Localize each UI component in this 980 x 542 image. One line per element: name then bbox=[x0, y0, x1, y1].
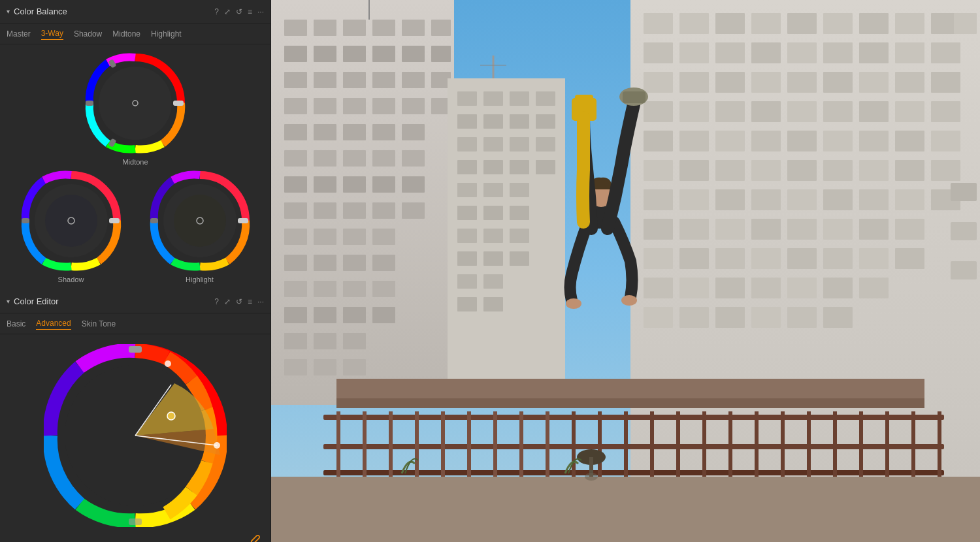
tab-midtone[interactable]: Midtone bbox=[112, 28, 140, 40]
ce-help-icon[interactable]: ? bbox=[214, 297, 219, 306]
svg-rect-70 bbox=[402, 202, 425, 219]
ce-menu-icon[interactable]: ≡ bbox=[248, 297, 252, 306]
color-balance-tabs: Master 3-Way Shadow Midtone Highlight bbox=[0, 24, 270, 44]
svg-rect-125 bbox=[715, 101, 745, 122]
svg-rect-66 bbox=[284, 202, 307, 219]
more-icon[interactable]: ··· bbox=[257, 7, 264, 16]
svg-rect-122 bbox=[931, 72, 960, 93]
svg-rect-183 bbox=[679, 307, 709, 328]
svg-rect-231 bbox=[336, 411, 340, 477]
tab-skintone[interactable]: Skin Tone bbox=[82, 318, 116, 330]
svg-rect-58 bbox=[343, 150, 366, 167]
svg-rect-104 bbox=[954, 13, 977, 34]
svg-rect-233 bbox=[389, 411, 393, 477]
svg-rect-111 bbox=[859, 42, 889, 63]
svg-rect-73 bbox=[343, 229, 366, 245]
svg-rect-62 bbox=[314, 176, 336, 193]
svg-rect-235 bbox=[441, 411, 445, 477]
svg-rect-11 bbox=[22, 218, 29, 223]
svg-rect-198 bbox=[510, 114, 529, 129]
color-wheel-large-container bbox=[0, 334, 270, 534]
link-icon[interactable]: ⤢ bbox=[224, 7, 231, 16]
svg-rect-121 bbox=[895, 72, 924, 93]
svg-rect-114 bbox=[644, 72, 673, 93]
highlight-wheel[interactable] bbox=[148, 168, 252, 273]
svg-rect-187 bbox=[823, 307, 853, 328]
svg-rect-35 bbox=[343, 46, 366, 62]
svg-rect-102 bbox=[895, 13, 924, 34]
svg-rect-69 bbox=[372, 202, 395, 219]
svg-rect-236 bbox=[467, 411, 471, 477]
svg-rect-106 bbox=[679, 42, 709, 63]
tab-3way[interactable]: 3-Way bbox=[41, 27, 63, 40]
wheels-bottom-row: Shadow Highlight bbox=[7, 168, 264, 290]
svg-rect-265 bbox=[623, 91, 645, 103]
svg-rect-87 bbox=[284, 333, 307, 349]
svg-rect-221 bbox=[483, 274, 503, 289]
svg-rect-36 bbox=[372, 46, 395, 62]
svg-rect-113 bbox=[931, 42, 960, 63]
pick-icon-row bbox=[0, 534, 270, 542]
tab-basic[interactable]: Basic bbox=[7, 318, 25, 330]
svg-rect-253 bbox=[911, 411, 915, 477]
svg-rect-255 bbox=[271, 477, 980, 542]
svg-rect-88 bbox=[314, 333, 336, 349]
svg-rect-165 bbox=[859, 219, 889, 240]
shadow-wheel[interactable] bbox=[19, 168, 123, 273]
svg-rect-53 bbox=[343, 124, 366, 140]
svg-rect-250 bbox=[833, 411, 837, 477]
ce-link-icon[interactable]: ⤢ bbox=[224, 297, 231, 306]
svg-rect-204 bbox=[457, 160, 477, 174]
svg-rect-83 bbox=[284, 307, 307, 323]
tab-master[interactable]: Master bbox=[7, 28, 31, 40]
menu-icon[interactable]: ≡ bbox=[248, 7, 252, 16]
svg-rect-168 bbox=[679, 248, 709, 269]
svg-rect-247 bbox=[755, 411, 759, 477]
svg-rect-195 bbox=[536, 91, 555, 106]
svg-rect-126 bbox=[751, 101, 781, 122]
reset-icon[interactable]: ↺ bbox=[236, 7, 242, 16]
svg-rect-159 bbox=[644, 219, 673, 240]
help-icon[interactable]: ? bbox=[214, 7, 219, 16]
svg-rect-124 bbox=[679, 101, 709, 122]
svg-rect-219 bbox=[510, 251, 529, 266]
svg-rect-146 bbox=[823, 160, 853, 181]
svg-rect-174 bbox=[895, 248, 924, 269]
svg-rect-99 bbox=[787, 13, 817, 34]
tab-highlight[interactable]: Highlight bbox=[151, 28, 182, 40]
svg-rect-177 bbox=[715, 278, 745, 298]
color-balance-header: ▾ Color Balance ? ⤢ ↺ ≡ ··· bbox=[0, 0, 270, 24]
svg-rect-234 bbox=[415, 411, 419, 477]
tab-shadow[interactable]: Shadow bbox=[74, 28, 102, 40]
svg-rect-56 bbox=[284, 150, 307, 167]
svg-rect-157 bbox=[895, 189, 924, 210]
ce-reset-icon[interactable]: ↺ bbox=[236, 297, 242, 306]
svg-rect-166 bbox=[895, 219, 924, 240]
svg-rect-57 bbox=[314, 150, 336, 167]
eyedropper-icon[interactable] bbox=[247, 534, 261, 542]
svg-rect-141 bbox=[644, 160, 673, 181]
svg-rect-109 bbox=[787, 42, 817, 63]
svg-rect-64 bbox=[372, 176, 395, 193]
svg-rect-215 bbox=[483, 229, 503, 243]
tab-advanced[interactable]: Advanced bbox=[36, 317, 71, 330]
svg-rect-248 bbox=[781, 411, 785, 477]
svg-rect-240 bbox=[572, 411, 576, 477]
svg-rect-10 bbox=[109, 218, 120, 223]
svg-rect-241 bbox=[598, 411, 602, 477]
svg-rect-217 bbox=[457, 251, 477, 266]
svg-rect-117 bbox=[751, 72, 781, 93]
svg-rect-143 bbox=[715, 160, 745, 181]
svg-rect-207 bbox=[536, 160, 555, 174]
midtone-wheel[interactable] bbox=[83, 51, 188, 155]
color-wheel-large[interactable] bbox=[44, 344, 227, 527]
svg-rect-203 bbox=[536, 137, 555, 151]
color-editor-collapse-icon[interactable]: ▾ bbox=[7, 298, 10, 305]
svg-rect-196 bbox=[457, 114, 477, 129]
color-balance-collapse-icon[interactable]: ▾ bbox=[7, 8, 10, 15]
svg-rect-245 bbox=[702, 411, 706, 477]
ce-more-icon[interactable]: ··· bbox=[257, 297, 264, 306]
svg-rect-199 bbox=[536, 114, 555, 129]
svg-rect-61 bbox=[284, 176, 307, 193]
svg-rect-161 bbox=[715, 219, 745, 240]
